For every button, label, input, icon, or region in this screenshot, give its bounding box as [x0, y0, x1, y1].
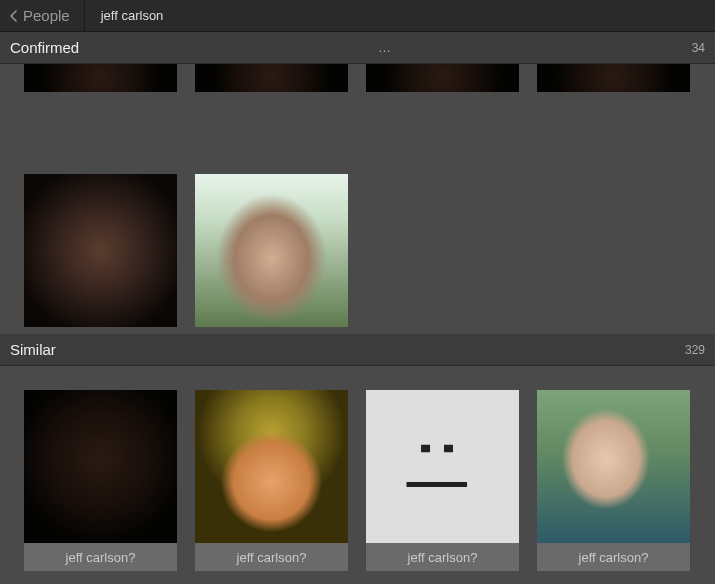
confirmed-section-header: Confirmed … 34 — [0, 32, 715, 64]
face-image — [195, 174, 348, 327]
face-image — [24, 174, 177, 327]
similar-face-thumb[interactable] — [537, 390, 690, 543]
confirmed-face-thumb[interactable] — [24, 174, 177, 327]
similar-section-header: Similar 329 — [0, 334, 715, 366]
back-label: People — [23, 7, 70, 24]
suggested-name-button[interactable]: jeff carlson? — [24, 543, 177, 571]
similar-face-cell: jeff carlson? — [24, 390, 177, 571]
confirmed-face-thumb[interactable] — [24, 64, 177, 92]
suggested-name-button[interactable]: jeff carlson? — [366, 543, 519, 571]
similar-grid: jeff carlson? jeff carlson? jeff carlson… — [0, 366, 715, 584]
confirmed-row — [0, 174, 372, 327]
similar-face-thumb[interactable] — [24, 390, 177, 543]
similar-row: jeff carlson? jeff carlson? jeff carlson… — [24, 390, 691, 571]
confirmed-title: Confirmed — [10, 39, 79, 56]
face-image — [195, 64, 348, 92]
confirmed-row-partial — [0, 64, 714, 92]
back-to-people-button[interactable]: People — [0, 0, 85, 31]
confirmed-grid — [0, 64, 715, 334]
similar-count: 329 — [685, 343, 705, 357]
similar-title: Similar — [10, 341, 56, 358]
suggested-name-button[interactable]: jeff carlson? — [537, 543, 690, 571]
similar-face-thumb[interactable] — [195, 390, 348, 543]
confirmed-face-thumb[interactable] — [195, 64, 348, 92]
header-bar: People jeff carlson — [0, 0, 715, 32]
similar-face-cell: jeff carlson? — [195, 390, 348, 571]
face-image — [24, 64, 177, 92]
suggested-name-button[interactable]: jeff carlson? — [195, 543, 348, 571]
face-image — [537, 390, 690, 543]
person-name-field[interactable]: jeff carlson — [85, 8, 180, 23]
similar-face-cell: jeff carlson? — [537, 390, 690, 571]
face-image — [195, 390, 348, 543]
similar-face-cell: jeff carlson? — [366, 390, 519, 571]
chevron-left-icon — [10, 10, 17, 22]
face-image — [366, 64, 519, 92]
confirmed-face-thumb[interactable] — [195, 174, 348, 327]
similar-face-thumb[interactable] — [366, 390, 519, 543]
face-image — [366, 390, 519, 543]
confirmed-face-thumb[interactable] — [537, 64, 690, 92]
face-image — [537, 64, 690, 92]
confirmed-face-thumb[interactable] — [366, 64, 519, 92]
confirmed-overflow-button[interactable]: … — [79, 40, 691, 55]
face-image — [24, 390, 177, 543]
confirmed-count: 34 — [692, 41, 705, 55]
